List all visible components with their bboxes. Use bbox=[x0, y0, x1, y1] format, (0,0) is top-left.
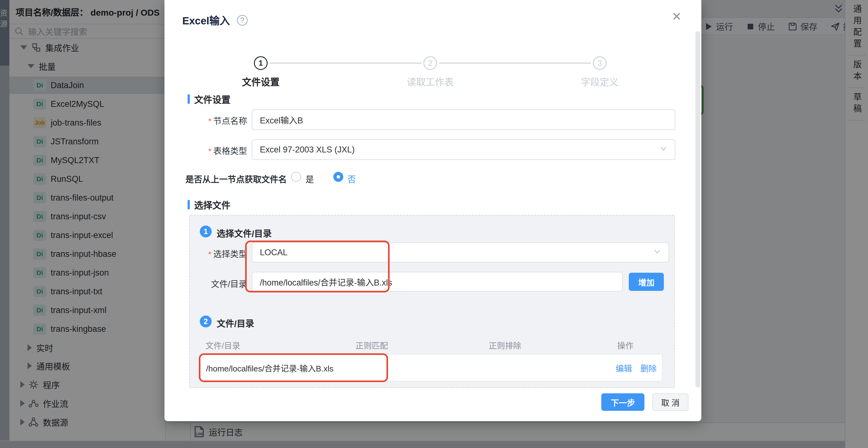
picker-step-1-title: 选择文件/目录 bbox=[217, 227, 272, 239]
step-2-circle: 2 bbox=[423, 56, 437, 70]
table-type-value: Excel 97-2003 XLS (JXL) bbox=[260, 145, 354, 154]
step-3-label: 字段定义 bbox=[553, 74, 647, 88]
app-root: 资源 项目名称/数据层： demo-proj / ODS 输入关键字搜索 集成作… bbox=[0, 0, 868, 448]
annotation-box-1 bbox=[245, 241, 390, 292]
modal-title: Excel输入 bbox=[182, 12, 230, 28]
col-header-file-dir: 文件/目录 bbox=[206, 339, 240, 351]
step-connector bbox=[270, 63, 422, 64]
section-select-file: 选择文件 bbox=[188, 198, 230, 211]
radio-no-label[interactable]: 否 bbox=[347, 173, 356, 185]
cancel-button[interactable]: 取 消 bbox=[652, 393, 688, 411]
section-accent-bar bbox=[188, 94, 190, 104]
close-glyph: ✕ bbox=[672, 10, 682, 23]
step-3-circle: 3 bbox=[593, 56, 607, 70]
modal-scrollbar[interactable] bbox=[695, 31, 701, 387]
node-name-label: *节点名称 bbox=[181, 114, 247, 127]
section-accent-bar bbox=[188, 200, 190, 209]
annotation-box-2 bbox=[199, 353, 388, 382]
radio-no[interactable] bbox=[333, 172, 343, 182]
chevron-down-icon bbox=[653, 247, 662, 258]
step-2-label: 读取工作表 bbox=[383, 74, 477, 88]
from-prev-node-label: 是否从上一节点获取文件名 bbox=[185, 173, 287, 185]
table-type-label: *表格类型 bbox=[181, 144, 247, 157]
picker-step-2-circle: 2 bbox=[200, 315, 212, 328]
section-title: 选择文件 bbox=[194, 198, 230, 211]
col-header-regex-exclude: 正则排除 bbox=[489, 339, 521, 351]
radio-yes[interactable] bbox=[291, 172, 301, 182]
delete-link[interactable]: 删除 bbox=[640, 354, 657, 381]
step-1-label: 文件设置 bbox=[214, 74, 308, 88]
col-header-regex-match: 正则匹配 bbox=[355, 339, 388, 351]
help-glyph: ? bbox=[241, 16, 245, 25]
add-button[interactable]: 增加 bbox=[629, 273, 664, 291]
col-header-actions: 操作 bbox=[617, 339, 633, 351]
close-icon[interactable]: ✕ bbox=[672, 11, 682, 23]
next-step-button[interactable]: 下一步 bbox=[601, 393, 645, 411]
select-type-label: *选择类型 bbox=[181, 247, 247, 260]
help-icon[interactable]: ? bbox=[237, 15, 248, 26]
edit-link[interactable]: 编辑 bbox=[616, 354, 632, 381]
chevron-down-icon bbox=[659, 144, 668, 155]
excel-input-modal: Excel输入 ? ✕ 1 2 3 文件设置 读取工作表 字段定义 文件设置 *… bbox=[164, 0, 701, 421]
step-connector bbox=[439, 63, 591, 64]
file-dir-label: 文件/目录 bbox=[181, 277, 247, 289]
section-file-settings: 文件设置 bbox=[188, 93, 230, 106]
section-title: 文件设置 bbox=[194, 93, 230, 106]
picker-step-2-title: 文件/目录 bbox=[217, 317, 254, 329]
table-type-select[interactable]: Excel 97-2003 XLS (JXL) bbox=[252, 139, 675, 160]
node-name-value: Excel输入B bbox=[260, 114, 303, 126]
node-name-input[interactable]: Excel输入B bbox=[252, 109, 675, 130]
step-1-circle: 1 bbox=[254, 56, 268, 70]
picker-step-1-circle: 1 bbox=[200, 226, 212, 237]
radio-yes-label[interactable]: 是 bbox=[306, 173, 314, 185]
